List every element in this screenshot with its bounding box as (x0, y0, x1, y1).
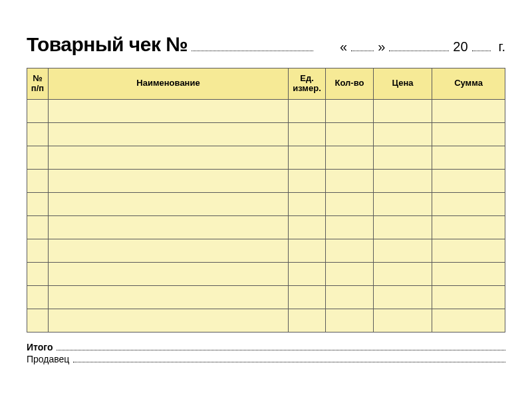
total-label: Итого (27, 342, 53, 352)
col-header-unit: Ед. измер. (289, 68, 326, 100)
table-cell[interactable] (289, 192, 326, 215)
table-cell[interactable] (326, 309, 374, 332)
table-cell[interactable] (49, 285, 289, 309)
table-cell[interactable] (374, 285, 432, 309)
table-cell[interactable] (432, 262, 505, 285)
table-cell[interactable] (27, 169, 49, 192)
table-cell[interactable] (27, 192, 49, 215)
date-century: 20 (453, 39, 467, 55)
date-close-quote: » (378, 39, 385, 55)
col-header-qty: Кол-во (326, 68, 374, 100)
table-cell[interactable] (49, 192, 289, 215)
table-row (27, 99, 505, 122)
table-cell[interactable] (326, 99, 374, 122)
table-cell[interactable] (289, 169, 326, 192)
col-header-sum: Сумма (432, 68, 505, 100)
table-row (27, 146, 505, 169)
table-cell[interactable] (432, 239, 505, 262)
date-month-blank[interactable] (389, 42, 449, 51)
table-cell[interactable] (326, 192, 374, 215)
table-cell[interactable] (432, 99, 505, 122)
table-cell[interactable] (374, 215, 432, 239)
table-cell[interactable] (326, 169, 374, 192)
receipt-title: Товарный чек № (27, 33, 188, 56)
table-cell[interactable] (374, 262, 432, 285)
seller-blank[interactable] (73, 354, 505, 362)
table-cell[interactable] (49, 169, 289, 192)
table-cell[interactable] (49, 262, 289, 285)
table-cell[interactable] (326, 122, 374, 146)
table-row (27, 285, 505, 309)
col-header-price: Цена (374, 68, 432, 100)
receipt-footer: Итого Продавец (27, 342, 505, 364)
items-table: № п/п Наименование Ед. измер. Кол-во Цен… (27, 68, 505, 332)
seller-label: Продавец (27, 354, 69, 364)
table-cell[interactable] (374, 309, 432, 332)
table-cell[interactable] (374, 146, 432, 169)
table-cell[interactable] (289, 99, 326, 122)
table-cell[interactable] (432, 192, 505, 215)
date-year-suffix: г. (499, 39, 505, 55)
table-cell[interactable] (27, 215, 49, 239)
table-row (27, 309, 505, 332)
table-cell[interactable] (27, 309, 49, 332)
table-cell[interactable] (27, 122, 49, 146)
table-cell[interactable] (326, 215, 374, 239)
table-cell[interactable] (432, 146, 505, 169)
table-cell[interactable] (289, 309, 326, 332)
table-cell[interactable] (49, 122, 289, 146)
table-cell[interactable] (289, 285, 326, 309)
table-row (27, 262, 505, 285)
col-header-num: № п/п (27, 68, 49, 100)
table-cell[interactable] (49, 146, 289, 169)
table-cell[interactable] (432, 122, 505, 146)
total-blank[interactable] (57, 342, 505, 350)
table-row (27, 239, 505, 262)
total-row: Итого (27, 342, 505, 352)
table-cell[interactable] (289, 146, 326, 169)
table-cell[interactable] (289, 239, 326, 262)
table-row (27, 122, 505, 146)
table-cell[interactable] (27, 285, 49, 309)
table-row (27, 215, 505, 239)
table-cell[interactable] (432, 215, 505, 239)
table-cell[interactable] (432, 285, 505, 309)
receipt-header: Товарный чек № « » 20 г. (27, 33, 505, 56)
table-row (27, 192, 505, 215)
table-cell[interactable] (374, 169, 432, 192)
table-row (27, 169, 505, 192)
date-year-blank[interactable] (472, 42, 491, 51)
table-cell[interactable] (326, 146, 374, 169)
receipt-number-blank[interactable] (192, 42, 313, 51)
date-day-blank[interactable] (351, 42, 374, 51)
date-open-quote: « (340, 39, 347, 55)
table-cell[interactable] (432, 169, 505, 192)
table-cell[interactable] (49, 99, 289, 122)
table-cell[interactable] (49, 215, 289, 239)
table-cell[interactable] (432, 309, 505, 332)
col-header-name: Наименование (49, 68, 289, 100)
seller-row: Продавец (27, 354, 505, 364)
table-cell[interactable] (49, 309, 289, 332)
table-cell[interactable] (374, 239, 432, 262)
table-cell[interactable] (326, 285, 374, 309)
table-cell[interactable] (49, 239, 289, 262)
table-cell[interactable] (289, 262, 326, 285)
table-cell[interactable] (27, 239, 49, 262)
table-header-row: № п/п Наименование Ед. измер. Кол-во Цен… (27, 68, 505, 100)
table-cell[interactable] (289, 122, 326, 146)
table-cell[interactable] (326, 262, 374, 285)
table-cell[interactable] (374, 122, 432, 146)
table-cell[interactable] (27, 146, 49, 169)
table-cell[interactable] (289, 215, 326, 239)
table-cell[interactable] (374, 192, 432, 215)
table-cell[interactable] (27, 262, 49, 285)
table-cell[interactable] (27, 99, 49, 122)
table-cell[interactable] (374, 99, 432, 122)
table-cell[interactable] (326, 239, 374, 262)
